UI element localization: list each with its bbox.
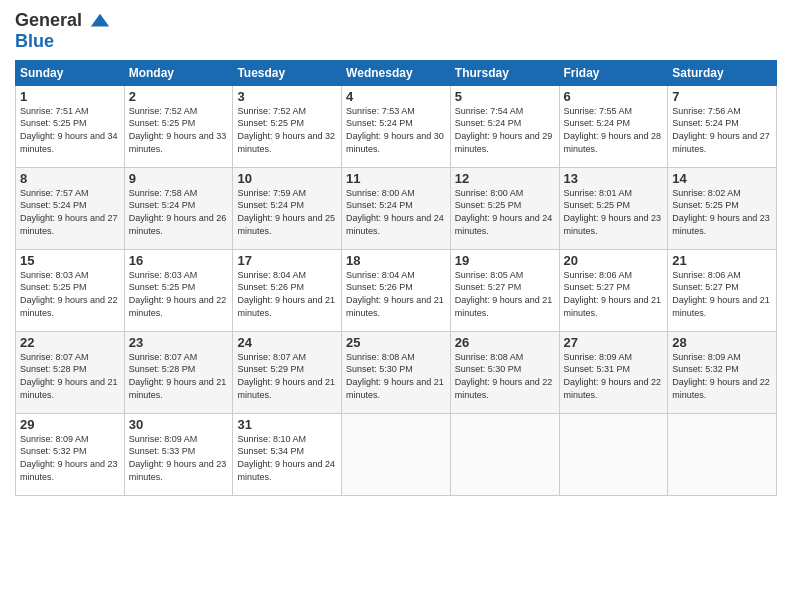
day-cell: 5 Sunrise: 7:54 AM Sunset: 5:24 PM Dayli… [450,85,559,167]
day-cell: 10 Sunrise: 7:59 AM Sunset: 5:24 PM Dayl… [233,167,342,249]
day-cell: 22 Sunrise: 8:07 AM Sunset: 5:28 PM Dayl… [16,331,125,413]
day-info: Sunrise: 8:09 AM Sunset: 5:31 PM Dayligh… [564,351,664,401]
logo-blue-text: Blue [15,31,54,51]
day-info: Sunrise: 8:09 AM Sunset: 5:32 PM Dayligh… [672,351,772,401]
week-row-4: 22 Sunrise: 8:07 AM Sunset: 5:28 PM Dayl… [16,331,777,413]
day-info: Sunrise: 8:01 AM Sunset: 5:25 PM Dayligh… [564,187,664,237]
day-number: 27 [564,335,664,350]
header-row: SundayMondayTuesdayWednesdayThursdayFrid… [16,60,777,85]
day-number: 31 [237,417,337,432]
day-info: Sunrise: 8:06 AM Sunset: 5:27 PM Dayligh… [564,269,664,319]
day-info: Sunrise: 8:05 AM Sunset: 5:27 PM Dayligh… [455,269,555,319]
day-number: 19 [455,253,555,268]
day-number: 2 [129,89,229,104]
logo: General Blue [15,10,111,52]
day-cell: 20 Sunrise: 8:06 AM Sunset: 5:27 PM Dayl… [559,249,668,331]
day-number: 14 [672,171,772,186]
day-cell [668,413,777,495]
day-cell: 18 Sunrise: 8:04 AM Sunset: 5:26 PM Dayl… [342,249,451,331]
day-number: 23 [129,335,229,350]
day-cell: 2 Sunrise: 7:52 AM Sunset: 5:25 PM Dayli… [124,85,233,167]
day-info: Sunrise: 7:52 AM Sunset: 5:25 PM Dayligh… [237,105,337,155]
day-info: Sunrise: 7:59 AM Sunset: 5:24 PM Dayligh… [237,187,337,237]
day-number: 10 [237,171,337,186]
week-row-5: 29 Sunrise: 8:09 AM Sunset: 5:32 PM Dayl… [16,413,777,495]
day-cell: 29 Sunrise: 8:09 AM Sunset: 5:32 PM Dayl… [16,413,125,495]
day-number: 9 [129,171,229,186]
day-info: Sunrise: 8:00 AM Sunset: 5:24 PM Dayligh… [346,187,446,237]
day-cell: 12 Sunrise: 8:00 AM Sunset: 5:25 PM Dayl… [450,167,559,249]
day-number: 7 [672,89,772,104]
day-cell: 19 Sunrise: 8:05 AM Sunset: 5:27 PM Dayl… [450,249,559,331]
day-info: Sunrise: 8:09 AM Sunset: 5:32 PM Dayligh… [20,433,120,483]
header-cell-thursday: Thursday [450,60,559,85]
header-cell-sunday: Sunday [16,60,125,85]
day-number: 26 [455,335,555,350]
day-cell [559,413,668,495]
day-cell [342,413,451,495]
week-row-2: 8 Sunrise: 7:57 AM Sunset: 5:24 PM Dayli… [16,167,777,249]
day-info: Sunrise: 8:02 AM Sunset: 5:25 PM Dayligh… [672,187,772,237]
day-info: Sunrise: 8:00 AM Sunset: 5:25 PM Dayligh… [455,187,555,237]
day-info: Sunrise: 7:51 AM Sunset: 5:25 PM Dayligh… [20,105,120,155]
day-number: 13 [564,171,664,186]
day-info: Sunrise: 8:03 AM Sunset: 5:25 PM Dayligh… [129,269,229,319]
day-number: 3 [237,89,337,104]
day-cell: 14 Sunrise: 8:02 AM Sunset: 5:25 PM Dayl… [668,167,777,249]
day-info: Sunrise: 7:52 AM Sunset: 5:25 PM Dayligh… [129,105,229,155]
day-number: 22 [20,335,120,350]
day-info: Sunrise: 8:07 AM Sunset: 5:29 PM Dayligh… [237,351,337,401]
header-cell-friday: Friday [559,60,668,85]
week-row-3: 15 Sunrise: 8:03 AM Sunset: 5:25 PM Dayl… [16,249,777,331]
day-cell: 6 Sunrise: 7:55 AM Sunset: 5:24 PM Dayli… [559,85,668,167]
page: General Blue SundayMondayTuesdayWednesda… [0,0,792,612]
day-cell: 24 Sunrise: 8:07 AM Sunset: 5:29 PM Dayl… [233,331,342,413]
header-cell-tuesday: Tuesday [233,60,342,85]
day-cell: 1 Sunrise: 7:51 AM Sunset: 5:25 PM Dayli… [16,85,125,167]
day-cell: 7 Sunrise: 7:56 AM Sunset: 5:24 PM Dayli… [668,85,777,167]
day-info: Sunrise: 8:10 AM Sunset: 5:34 PM Dayligh… [237,433,337,483]
day-cell: 8 Sunrise: 7:57 AM Sunset: 5:24 PM Dayli… [16,167,125,249]
day-cell: 3 Sunrise: 7:52 AM Sunset: 5:25 PM Dayli… [233,85,342,167]
day-info: Sunrise: 8:04 AM Sunset: 5:26 PM Dayligh… [346,269,446,319]
calendar-table: SundayMondayTuesdayWednesdayThursdayFrid… [15,60,777,496]
day-cell: 16 Sunrise: 8:03 AM Sunset: 5:25 PM Dayl… [124,249,233,331]
day-number: 8 [20,171,120,186]
day-cell: 26 Sunrise: 8:08 AM Sunset: 5:30 PM Dayl… [450,331,559,413]
day-cell: 17 Sunrise: 8:04 AM Sunset: 5:26 PM Dayl… [233,249,342,331]
day-number: 30 [129,417,229,432]
logo-icon [89,10,111,32]
header-cell-saturday: Saturday [668,60,777,85]
day-number: 29 [20,417,120,432]
day-number: 1 [20,89,120,104]
day-number: 20 [564,253,664,268]
day-cell: 23 Sunrise: 8:07 AM Sunset: 5:28 PM Dayl… [124,331,233,413]
day-number: 12 [455,171,555,186]
day-info: Sunrise: 7:53 AM Sunset: 5:24 PM Dayligh… [346,105,446,155]
day-info: Sunrise: 7:54 AM Sunset: 5:24 PM Dayligh… [455,105,555,155]
day-info: Sunrise: 8:06 AM Sunset: 5:27 PM Dayligh… [672,269,772,319]
header-cell-wednesday: Wednesday [342,60,451,85]
day-info: Sunrise: 8:08 AM Sunset: 5:30 PM Dayligh… [346,351,446,401]
day-cell: 15 Sunrise: 8:03 AM Sunset: 5:25 PM Dayl… [16,249,125,331]
day-info: Sunrise: 7:55 AM Sunset: 5:24 PM Dayligh… [564,105,664,155]
day-cell: 27 Sunrise: 8:09 AM Sunset: 5:31 PM Dayl… [559,331,668,413]
day-cell [450,413,559,495]
day-number: 21 [672,253,772,268]
day-number: 6 [564,89,664,104]
day-number: 28 [672,335,772,350]
day-info: Sunrise: 8:09 AM Sunset: 5:33 PM Dayligh… [129,433,229,483]
day-cell: 21 Sunrise: 8:06 AM Sunset: 5:27 PM Dayl… [668,249,777,331]
day-info: Sunrise: 7:56 AM Sunset: 5:24 PM Dayligh… [672,105,772,155]
day-info: Sunrise: 8:08 AM Sunset: 5:30 PM Dayligh… [455,351,555,401]
day-cell: 4 Sunrise: 7:53 AM Sunset: 5:24 PM Dayli… [342,85,451,167]
day-info: Sunrise: 7:58 AM Sunset: 5:24 PM Dayligh… [129,187,229,237]
day-number: 4 [346,89,446,104]
day-cell: 11 Sunrise: 8:00 AM Sunset: 5:24 PM Dayl… [342,167,451,249]
day-info: Sunrise: 7:57 AM Sunset: 5:24 PM Dayligh… [20,187,120,237]
header: General Blue [15,10,777,52]
day-number: 17 [237,253,337,268]
day-info: Sunrise: 8:04 AM Sunset: 5:26 PM Dayligh… [237,269,337,319]
day-cell: 13 Sunrise: 8:01 AM Sunset: 5:25 PM Dayl… [559,167,668,249]
logo-general-text: General [15,10,82,30]
